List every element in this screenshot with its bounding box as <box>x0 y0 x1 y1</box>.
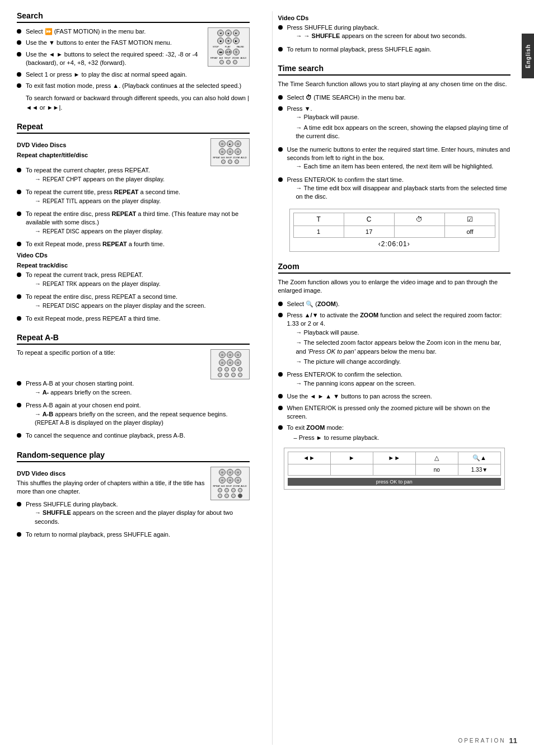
bullet-icon <box>278 406 283 410</box>
remote-btn5: ▼ <box>225 37 232 44</box>
bullet-icon <box>278 47 283 51</box>
bullet-icon <box>17 212 21 216</box>
zoom-list: Select 🔍 (ZOOM). Press ▲/▼ to activate t… <box>278 300 511 442</box>
rab-btn4: ⊙ <box>219 359 226 366</box>
bullet-icon <box>17 83 21 88</box>
bullet-icon <box>278 95 283 100</box>
page: English Search ◄ ▲ ► ■ ▼ ▶ <box>0 0 534 756</box>
zd-val5: 1.33▼ <box>458 464 500 475</box>
r2-dots <box>213 159 247 164</box>
zoom-item-2: Press ▲/▼ to activate the ZOOM function … <box>278 311 511 368</box>
td-val-17: 17 <box>344 226 395 237</box>
time-search-title: Time search <box>278 64 511 76</box>
rnd-btn1: ⊙ <box>219 469 226 476</box>
zoom-label: press OK to pan <box>288 478 502 486</box>
repeat-vcd-sub2: Repeat track/disc <box>17 262 250 269</box>
bullet-icon <box>17 72 21 77</box>
repeat-ab-intro: To repeat a specific portion of a title: <box>17 349 206 356</box>
vcd-arrow-2: REPEAT DISC appears on the player displa… <box>35 302 205 310</box>
bullet-icon <box>17 273 21 277</box>
rab-btn1: ⊙ <box>219 351 226 358</box>
ab-arrow-2: A-B appears briefly on the screen, and t… <box>35 410 250 428</box>
repeat-vcd-list: To repeat the current track, press REPEA… <box>17 271 250 323</box>
zoom-item-5: When ENTER/OK is pressed only the zoomed… <box>278 404 511 421</box>
repeat-dvd-item-2: To repeat the current title, press REPEA… <box>17 188 250 207</box>
td-col-t: T <box>294 213 344 226</box>
r2-btn6: ⊙ <box>235 148 241 155</box>
repeat-ab-remote: ⊙ ⊙ ⊙ ⊙ ⊙ ⊙ <box>210 349 250 379</box>
zoom-display-row2: no 1.33▼ <box>288 464 502 476</box>
bullet-icon <box>17 294 21 299</box>
td-col-check: ☑ <box>445 213 495 226</box>
rab-btn2: ⊙ <box>227 351 233 358</box>
search-item-1: Select ⏩ (FAST MOTION) in the menu bar. <box>17 27 203 36</box>
bullet-icon <box>278 302 283 306</box>
search-title: Search <box>17 11 250 23</box>
remote-labels-row1: STOPPLAYPAUSE <box>210 45 247 48</box>
footer-page-number: 11 <box>509 736 517 745</box>
rab-btn6: ⊙ <box>235 359 241 366</box>
zd-col2: ► <box>331 452 373 464</box>
remote-btn3: ► <box>233 30 240 36</box>
rnd-btn2: ⊙ <box>227 469 233 476</box>
bullet-icon <box>17 381 21 386</box>
repeat-dvd-list: To repeat the current chapter, press REP… <box>17 166 250 248</box>
remote-btn9: S <box>233 49 240 55</box>
random-item-2: To return to normal playback, press SHUF… <box>17 530 250 539</box>
repeat-dvd-subtitle: DVD Video Discs <box>17 142 206 148</box>
rab-dots2 <box>213 373 247 377</box>
rab-btn5: ⊙ <box>227 359 233 366</box>
ab-arrow-1: A- appears briefly on the screen. <box>35 388 134 397</box>
ts-item-4: Press ENTER/OK to confirm the start time… <box>278 176 511 203</box>
bullet-icon <box>17 190 21 194</box>
ts-item-3: Use the numeric buttons to enter the req… <box>278 145 511 173</box>
bullet-icon <box>17 316 21 321</box>
zd-val3 <box>373 464 416 475</box>
repeat-dvd-item-3: To repeat the entire disc, press REPEAT … <box>17 210 250 237</box>
ts-arrow-3: Each time an item has been entered, the … <box>296 162 511 171</box>
bullet-icon <box>17 168 21 172</box>
remote-labels-row2: RPEATA.BSHUFZOOMAULD <box>210 57 247 59</box>
ts-arrow-2b: A time edit box appears on the screen, s… <box>296 124 511 141</box>
right-column: Video CDs Press SHUFFLE during playback.… <box>272 11 511 745</box>
ts-item-2: Press ▼. Playback will pause. A time edi… <box>278 105 511 143</box>
time-search-intro: The Time Search function allows you to s… <box>278 80 511 88</box>
random-list: Press SHUFFLE during playback. SHUFFLE a… <box>17 500 250 539</box>
bullet-icon <box>278 177 283 182</box>
bullet-icon <box>17 242 21 246</box>
r2-btn1: ⊙ <box>219 140 226 147</box>
ts-arrow-4: The time edit box will disappear and pla… <box>296 184 511 201</box>
zoom-arrow-2b: The selected zoom factor appears below t… <box>296 339 511 356</box>
random-item-1: Press SHUFFLE during playback. SHUFFLE a… <box>17 500 250 528</box>
video-cds-list: Press SHUFFLE during playback. → SHUFFLE… <box>278 24 511 54</box>
rnd-dots1 <box>213 488 247 492</box>
bullet-icon <box>278 25 283 30</box>
search-item-4: Select 1 or press ► to play the disc at … <box>17 71 250 79</box>
repeat-dvd-sub2: Repeat chapter/title/disc <box>17 152 206 158</box>
search-remote-image: ◄ ▲ ► ■ ▼ ▶ STOPPLAYPAUSE ⏭ A·B <box>208 27 250 67</box>
time-display-row1: T C ⏱ ☑ <box>293 213 496 226</box>
search-item-5: To exit fast motion mode, press ▲. (Play… <box>17 82 250 90</box>
bullet-icon <box>278 372 283 377</box>
time-display-row2: 1 17 off <box>293 226 496 238</box>
r2-btn2: ▲ <box>227 140 233 147</box>
rnd-btn6: ⊙ <box>235 477 241 483</box>
zd-col4: △ <box>416 452 458 464</box>
r2-btn3: ⊙ <box>235 140 241 147</box>
zd-col5: 🔍▲ <box>458 452 500 464</box>
search-note: To search forward or backward through di… <box>26 93 250 112</box>
vcd-arrow-1: REPEAT TRK appears on the player display… <box>35 280 161 288</box>
repeat-ab-item-3: To cancel the sequence and continue play… <box>17 431 250 440</box>
remote-btn2: ▲ <box>225 30 232 36</box>
td-val-empty <box>395 226 445 237</box>
video-cds-section: Video CDs Press SHUFFLE during playback.… <box>278 15 511 54</box>
repeat-arrow-2: REPEAT TITL appears on the player displa… <box>35 197 180 205</box>
zoom-item-1: Select 🔍 (ZOOM). <box>278 300 511 308</box>
zd-col3: ►► <box>373 452 416 464</box>
search-item-2: Use the ▼ buttons to enter the FAST MOTI… <box>17 39 203 47</box>
r2-labels1: RPEATA.BSHUFZOOMAULD <box>213 156 247 159</box>
zoom-section: Zoom The Zoom function allows you to enl… <box>278 262 511 490</box>
random-remote: ⊙ ⊙ ⊙ ⊙ ⊙ ⊙ RPEATA.BSHUFZOOMAULD <box>210 467 250 500</box>
bullet-icon <box>17 29 21 34</box>
repeat-title: Repeat <box>17 122 250 134</box>
